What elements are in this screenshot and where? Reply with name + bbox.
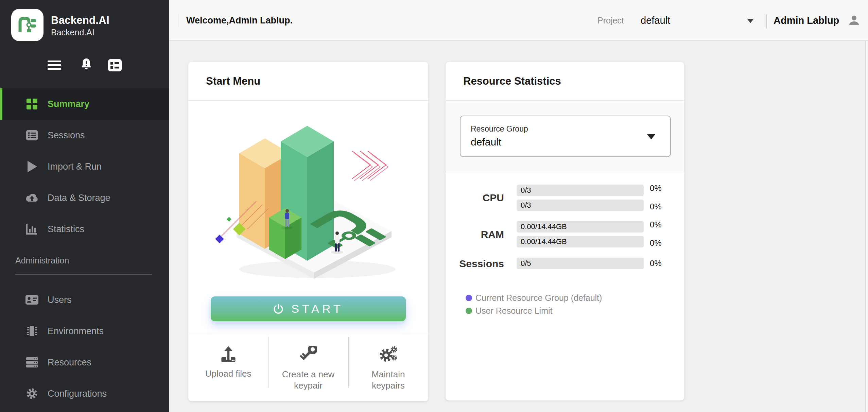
gauge-legend: Current Resource Group (default) User Re… xyxy=(466,291,602,317)
sidebar-item-label: Users xyxy=(48,295,72,305)
start-illustration xyxy=(205,109,402,279)
gauge-bar: 0/5 xyxy=(517,258,644,269)
gauge-label-ram: RAM xyxy=(446,229,504,240)
gear-icon xyxy=(23,387,41,400)
gauge-label-sessions: Sessions xyxy=(446,258,504,270)
legend-dot-green xyxy=(466,308,472,314)
create-keypair-action[interactable]: Create a new keypair xyxy=(268,334,348,401)
sidebar-item-environments[interactable]: Environments xyxy=(0,315,169,347)
user-menu[interactable]: Admin Lablup xyxy=(774,0,860,41)
maintain-keypairs-action[interactable]: Maintain keypairs xyxy=(348,334,428,401)
resource-group-section: Resource Group default xyxy=(446,101,684,172)
summary-grid-icon xyxy=(23,97,41,111)
sidebar-admin-menu: Users Environments xyxy=(0,284,169,409)
gauge-label-cpu: CPU xyxy=(446,192,504,204)
topbar: Welcome,Admin Lablup. Project default Ad… xyxy=(169,0,868,41)
start-menu-card: Start Menu xyxy=(188,62,428,401)
brand-subtitle: Backend.AI xyxy=(51,28,109,37)
sidebar-item-label: Resources xyxy=(48,357,91,368)
brand: Backend.AI Backend.AI xyxy=(11,9,109,41)
cloud-upload-icon xyxy=(23,192,41,203)
sidebar-item-label: Statistics xyxy=(48,224,84,235)
section-divider xyxy=(15,274,152,275)
start-button-label: START xyxy=(291,302,343,315)
play-icon xyxy=(23,160,41,173)
server-stack-icon xyxy=(23,356,41,368)
sidebar-main-menu: Summary Sessions Import & Run xyxy=(0,88,169,245)
gauge-percent: 0% xyxy=(650,258,662,269)
action-label: Create a new keypair xyxy=(281,369,335,391)
sidebar-item-import-run[interactable]: Import & Run xyxy=(0,151,169,182)
gauge-percent: 0% xyxy=(650,183,662,194)
resource-statistics-card: Resource Statistics Resource Group defau… xyxy=(446,62,684,400)
chevron-down-icon xyxy=(647,134,655,139)
sidebar-item-label: Sessions xyxy=(48,130,85,141)
sidebar-item-summary[interactable]: Summary xyxy=(0,88,169,120)
hamburger-menu-icon[interactable] xyxy=(46,57,63,73)
sidebar-item-configurations[interactable]: Configurations xyxy=(0,378,169,409)
gauge-percent: 0% xyxy=(650,237,662,249)
user-name: Admin Lablup xyxy=(774,15,839,26)
sidebar-toolbar xyxy=(0,57,169,74)
upload-files-action[interactable]: Upload files xyxy=(188,334,268,401)
upload-icon xyxy=(220,346,237,363)
backend-ai-logo-icon xyxy=(17,14,38,36)
gauge-bar: 0.00/14.44GB xyxy=(517,221,644,233)
gauge-bar: 0.00/14.44GB xyxy=(517,236,644,247)
sidebar-item-label: Environments xyxy=(48,326,104,337)
resource-group-value: default xyxy=(471,136,660,148)
action-label: Maintain keypairs xyxy=(361,369,415,391)
legend-label: Current Resource Group (default) xyxy=(475,293,602,303)
gears-icon xyxy=(379,346,398,363)
id-card-icon xyxy=(23,294,41,305)
welcome-message: Welcome,Admin Lablup. xyxy=(186,0,293,41)
sidebar-item-users[interactable]: Users xyxy=(0,284,169,315)
key-icon xyxy=(299,346,317,363)
legend-label: User Resource Limit xyxy=(475,306,552,316)
sessions-list-icon xyxy=(23,130,41,141)
start-button[interactable]: START xyxy=(211,296,406,321)
sidebar-item-label: Configurations xyxy=(48,389,107,399)
chip-icon xyxy=(23,324,41,338)
sidebar-item-data-storage[interactable]: Data & Storage xyxy=(0,182,169,213)
project-select[interactable]: default xyxy=(641,0,670,41)
chevron-down-icon[interactable] xyxy=(747,19,754,23)
administration-section-label: Administration xyxy=(15,256,69,265)
legend-item: Current Resource Group (default) xyxy=(466,291,602,304)
sidebar: Backend.AI Backend.AI xyxy=(0,0,169,412)
legend-dot-purple xyxy=(466,295,472,301)
brand-text: Backend.AI Backend.AI xyxy=(51,14,109,37)
gauge-bar: 0/3 xyxy=(517,200,644,211)
gauge-bar: 0/3 xyxy=(517,185,644,196)
topbar-divider xyxy=(766,14,767,29)
gauge-percent: 0% xyxy=(650,201,662,212)
dashboard-list-icon[interactable] xyxy=(107,57,123,73)
gauge-percent: 0% xyxy=(650,219,662,230)
resource-group-label: Resource Group xyxy=(471,124,660,134)
legend-item: User Resource Limit xyxy=(466,304,602,317)
sidebar-item-label: Data & Storage xyxy=(48,193,110,203)
backend-ai-logo xyxy=(11,9,44,41)
user-avatar-icon xyxy=(848,14,860,27)
resource-gauges: CPU 0/3 0% 0/3 0% RAM 0.00/14.44GB 0% 0.… xyxy=(446,172,684,293)
topbar-divider xyxy=(178,14,178,27)
notification-bell-icon[interactable] xyxy=(79,57,94,73)
brand-title: Backend.AI xyxy=(51,14,109,27)
resource-statistics-title: Resource Statistics xyxy=(446,62,684,101)
resource-group-select[interactable]: Resource Group default xyxy=(460,116,671,157)
bar-chart-icon xyxy=(23,223,41,235)
sidebar-item-label: Summary xyxy=(48,99,89,109)
scrollbar-track[interactable] xyxy=(865,41,868,412)
start-menu-title: Start Menu xyxy=(188,62,428,101)
main-content: Start Menu xyxy=(169,41,868,412)
sidebar-item-statistics[interactable]: Statistics xyxy=(0,213,169,245)
backend-ai-console: Backend.AI Backend.AI xyxy=(0,0,868,412)
sidebar-item-resources[interactable]: Resources xyxy=(0,347,169,378)
project-label: Project xyxy=(597,0,624,41)
quick-actions: Upload files Create a new keypair xyxy=(188,334,428,401)
sidebar-item-sessions[interactable]: Sessions xyxy=(0,120,169,151)
sidebar-item-label: Import & Run xyxy=(48,161,102,172)
power-icon xyxy=(273,304,284,314)
action-label: Upload files xyxy=(201,368,256,379)
project-select-value: default xyxy=(641,15,670,26)
